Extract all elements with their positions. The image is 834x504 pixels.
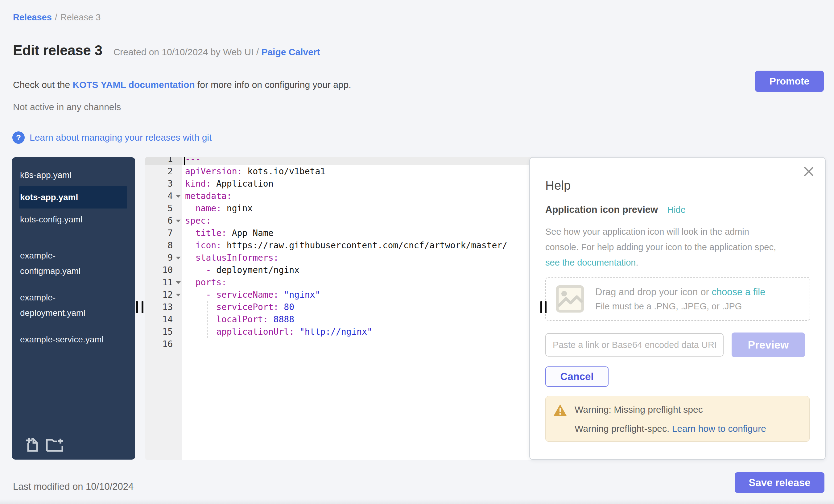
gutter-line-number: 2 [145,165,182,178]
fold-arrow-icon[interactable] [176,257,181,259]
code-line[interactable]: kind: Application [182,178,546,190]
warning-title: Warning: Missing preflight spec [575,404,766,415]
icon-dropzone[interactable]: Drag and drop your icon or choose a file… [545,277,810,321]
fold-arrow-icon[interactable] [176,294,181,297]
file-tree-sidebar: k8s-app.yamlkots-app.yamlkots-config.yam… [12,157,135,460]
sidebar-footer [12,431,135,460]
code-line[interactable]: - deployment/nginx [182,264,546,276]
text-cursor [184,157,185,165]
fold-arrow-icon[interactable] [176,220,181,222]
gutter-line-number: 9 [145,252,182,264]
preflight-warning-box: Warning: Missing preflight spec Warning … [545,396,810,442]
file-list-top: k8s-app.yamlkots-app.yamlkots-config.yam… [12,157,135,231]
gutter-line-number: 10 [145,264,182,276]
dropzone-instruction: Drag and drop your icon or [595,287,711,297]
gutter-line-number: 8 [145,239,182,252]
breadcrumb-current: Release 3 [61,12,101,22]
description-line: see the documentation. [545,255,810,270]
promote-button[interactable]: Promote [755,71,824,92]
code-line[interactable]: metadata: [182,190,546,202]
image-placeholder-icon [556,285,584,313]
code-line[interactable]: apiVersion: kots.io/v1beta1 [182,165,546,178]
sidebar-footer-divider [19,431,127,431]
new-file-icon[interactable] [25,436,39,452]
gutter-line-number: 12 [145,289,182,301]
icon-preview-header: Application icon preview Hide [545,204,810,215]
icon-url-input[interactable] [545,333,724,356]
resize-grip-bar [540,301,542,313]
code-line[interactable]: - serviceName: "nginx" [182,289,546,301]
choose-file-link[interactable]: choose a file [711,287,765,297]
docs-hint: Check out the KOTS YAML documentation fo… [13,80,351,90]
question-mark-icon: ? [12,131,25,144]
icon-preview-description: See how your application icon will look … [545,224,810,270]
gutter-line-number: 13 [145,301,182,313]
gutter-line-number: 7 [145,227,182,239]
editor-gutter: 12345678910111213141516 [145,157,182,460]
help-panel: Help Application icon preview Hide See h… [529,157,826,460]
indent-guide [207,301,208,338]
dropzone-file-types: File must be a .PNG, .JPEG, or .JPG [595,301,765,311]
code-line[interactable]: spec: [182,215,546,227]
gutter-line-number: 11 [145,276,182,289]
resize-grip-bar [141,301,144,313]
code-line[interactable]: --- [182,157,546,165]
docs-hint-pre: Check out the [13,80,72,90]
breadcrumb-releases-link[interactable]: Releases [13,12,52,22]
git-help-row[interactable]: ? Learn about managing your releases wit… [12,131,212,144]
new-folder-icon[interactable] [46,437,64,452]
close-icon[interactable] [803,166,815,177]
editor-help-resize-handle[interactable] [540,301,547,313]
sidebar-footer-icons [25,436,135,452]
sidebar-divider [19,239,127,239]
yaml-editor[interactable]: 12345678910111213141516 ---apiVersion: k… [145,157,546,460]
created-author-link[interactable]: Paige Calvert [261,47,320,57]
title-row: Edit release 3 Created on 10/10/2024 by … [13,42,320,59]
kots-yaml-docs-link[interactable]: KOTS YAML documentation [72,80,195,90]
gutter-line-number: 1 [145,157,182,165]
code-line[interactable] [182,338,546,350]
description-line: console. For help adding your icon to th… [545,239,810,255]
code-line[interactable]: icon: https://raw.githubusercontent.com/… [182,239,546,252]
sidebar-editor-resize-handle[interactable] [136,301,144,313]
resize-grip-bar [545,301,547,313]
code-line[interactable]: name: nginx [182,202,546,215]
code-line[interactable]: applicationUrl: "http://nginx" [182,326,546,338]
fold-arrow-icon[interactable] [176,195,181,198]
git-help-link[interactable]: Learn about managing your releases with … [29,132,212,143]
gutter-line-number: 6 [145,215,182,227]
configure-preflight-link[interactable]: Learn how to configure [672,423,766,434]
preview-button[interactable]: Preview [731,332,805,357]
created-prefix: Created on 10/10/2024 by Web UI / [113,47,259,57]
code-line[interactable]: title: App Name [182,227,546,239]
gutter-line-number: 14 [145,313,182,326]
see-documentation-link[interactable]: see the documentation [545,258,636,267]
channel-status: Not active in any channels [13,102,121,112]
icon-preview-title: Application icon preview [545,204,658,215]
warning-text: Warning: Missing preflight spec Warning … [575,404,766,435]
gutter-line-number: 3 [145,178,182,190]
file-tree-item[interactable]: example-service.yaml [19,328,127,351]
save-release-button[interactable]: Save release [735,472,825,493]
file-tree-item[interactable]: example-deployment.yaml [19,287,127,324]
gutter-line-number: 5 [145,202,182,215]
file-tree-item[interactable]: kots-config.yaml [19,209,127,231]
file-tree-item[interactable]: example-configmap.yaml [19,245,127,282]
editor-code-area[interactable]: ---apiVersion: kots.io/v1beta1kind: Appl… [182,157,546,460]
breadcrumb: Releases/Release 3 [13,12,101,23]
code-line[interactable]: servicePort: 80 [182,301,546,313]
file-tree-item[interactable]: k8s-app.yaml [19,164,127,186]
code-line[interactable]: statusInformers: [182,252,546,264]
description-line: See how your application icon will look … [545,224,810,239]
code-line[interactable]: ports: [182,276,546,289]
hide-link[interactable]: Hide [667,205,686,215]
help-panel-title: Help [545,179,810,193]
cancel-button[interactable]: Cancel [545,367,609,387]
release-editor-page: Releases/Release 3 Edit release 3 Create… [0,0,834,504]
code-line[interactable]: localPort: 8888 [182,313,546,326]
fold-arrow-icon[interactable] [176,281,181,284]
last-modified-text: Last modified on 10/10/2024 [13,481,134,492]
file-list-bottom: example-configmap.yamlexample-deployment… [12,245,135,351]
dropzone-text: Drag and drop your icon or choose a file… [595,287,765,311]
file-tree-item[interactable]: kots-app.yaml [19,186,127,209]
